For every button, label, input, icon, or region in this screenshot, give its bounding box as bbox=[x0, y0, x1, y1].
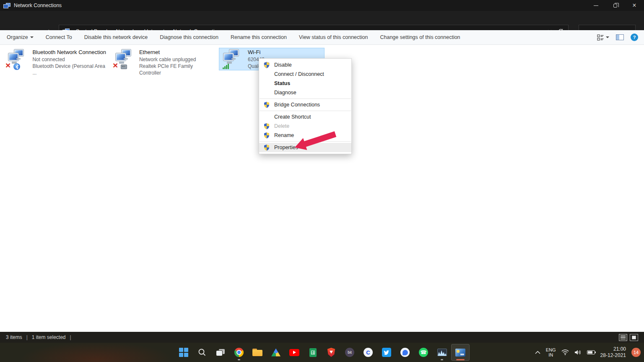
window-title: Network Connections bbox=[14, 3, 62, 8]
annotation-arrow bbox=[289, 128, 340, 154]
organize-label: Organize bbox=[7, 34, 28, 40]
status-divider: | bbox=[26, 334, 28, 340]
taskbar-signal[interactable] bbox=[396, 344, 414, 361]
connection-device: Bluetooth Device (Personal Area ... bbox=[32, 63, 110, 76]
close-button[interactable]: × bbox=[625, 0, 644, 11]
connection-name: Ethernet bbox=[139, 49, 213, 55]
notification-badge[interactable]: 14 bbox=[631, 348, 641, 357]
task-view-icon bbox=[216, 349, 225, 356]
app-icon bbox=[3, 3, 10, 8]
ethernet-plug-icon bbox=[121, 65, 127, 69]
volume-icon[interactable] bbox=[574, 349, 582, 355]
uac-shield-icon bbox=[263, 132, 270, 140]
running-indicator bbox=[238, 359, 240, 360]
caret-down-icon bbox=[606, 36, 609, 38]
wifi-tray-icon[interactable] bbox=[561, 349, 569, 355]
taskbar-file-explorer[interactable] bbox=[248, 344, 267, 361]
large-icons-view-button[interactable] bbox=[630, 334, 638, 341]
bluetooth-icon bbox=[13, 63, 20, 70]
task-view-button[interactable] bbox=[211, 344, 230, 361]
twitter-icon bbox=[382, 348, 391, 357]
connection-device: Realtek PCIe FE Family Controller bbox=[139, 63, 213, 76]
change-settings-button[interactable]: Change settings of this connection bbox=[380, 34, 460, 40]
diagnose-connection-button[interactable]: Diagnose this connection bbox=[160, 34, 218, 40]
view-status-button[interactable]: View status of this connection bbox=[299, 34, 368, 40]
taskbar: bit C ☎ ENG IN bbox=[0, 343, 644, 362]
language-indicator[interactable]: ENG IN bbox=[546, 347, 556, 357]
taskbar-google-drive[interactable] bbox=[267, 344, 285, 361]
signal-icon bbox=[400, 348, 410, 357]
wifi-connection-icon bbox=[222, 49, 244, 70]
menu-label: Create Shortcut bbox=[274, 114, 311, 120]
taskbar-twitter[interactable] bbox=[377, 344, 396, 361]
maximize-button[interactable] bbox=[605, 0, 625, 11]
running-indicator bbox=[441, 359, 443, 360]
google-drive-icon bbox=[271, 349, 280, 357]
taskbar-chrome[interactable] bbox=[230, 344, 248, 361]
taskbar-task-manager[interactable] bbox=[433, 344, 451, 361]
restore-icon bbox=[613, 4, 617, 8]
status-bar: 3 items | 1 item selected | bbox=[0, 332, 644, 343]
command-toolbar: Organize Connect To Disable this network… bbox=[0, 30, 644, 45]
connection-name: Bluetooth Network Connection bbox=[32, 49, 110, 55]
uac-shield-icon bbox=[263, 123, 270, 131]
active-indicator bbox=[456, 359, 465, 360]
menu-item-create-shortcut[interactable]: Create Shortcut bbox=[259, 112, 351, 122]
menu-item-disable[interactable]: Disable bbox=[259, 60, 351, 70]
menu-item-connect-disconnect[interactable]: Connect / Disconnect bbox=[259, 70, 351, 79]
menu-label: Disable bbox=[274, 62, 292, 68]
disable-device-button[interactable]: Disable this network device bbox=[84, 34, 148, 40]
status-divider: | bbox=[70, 334, 71, 340]
close-icon: × bbox=[632, 2, 636, 9]
windows-start-icon bbox=[179, 348, 188, 357]
language-line2: IN bbox=[546, 352, 556, 357]
bit-icon: bit bbox=[345, 348, 354, 357]
selection-count: 1 item selected bbox=[32, 334, 66, 340]
minimize-icon bbox=[594, 5, 598, 6]
taskbar-active-window[interactable] bbox=[451, 344, 470, 361]
menu-item-diagnose[interactable]: Diagnose bbox=[259, 88, 351, 97]
menu-label: Bridge Connections bbox=[274, 102, 320, 108]
tray-date: 28-12-2021 bbox=[600, 352, 626, 359]
taskbar-coinbase[interactable]: C bbox=[359, 344, 377, 361]
taskbar-google-sheets[interactable] bbox=[304, 344, 322, 361]
disconnected-x-icon: × bbox=[113, 62, 118, 69]
rename-connection-button[interactable]: Rename this connection bbox=[231, 34, 287, 40]
chrome-icon bbox=[234, 348, 244, 357]
details-view-button[interactable] bbox=[619, 334, 627, 341]
menu-label: Delete bbox=[274, 123, 289, 129]
connect-to-button[interactable]: Connect To bbox=[46, 34, 72, 40]
view-options-icon bbox=[597, 34, 604, 41]
wifi-signal-icon bbox=[223, 64, 229, 69]
clock[interactable]: 21:00 28-12-2021 bbox=[600, 346, 626, 359]
menu-item-status[interactable]: Status bbox=[259, 79, 351, 88]
organize-button[interactable]: Organize bbox=[7, 34, 34, 40]
connection-status: Not connected bbox=[32, 56, 110, 63]
tray-chevron-up-icon[interactable] bbox=[535, 351, 540, 354]
coinbase-icon: C bbox=[364, 348, 373, 357]
items-count: 3 items bbox=[6, 334, 22, 340]
taskbar-search-button[interactable] bbox=[193, 344, 211, 361]
title-bar: Network Connections × bbox=[0, 0, 644, 11]
menu-item-bridge-connections[interactable]: Bridge Connections bbox=[259, 100, 351, 109]
connection-name: Wi-Fi bbox=[248, 49, 265, 55]
ethernet-connection-icon: × bbox=[114, 49, 135, 70]
taskbar-bitbns[interactable]: bit bbox=[340, 344, 359, 361]
connection-item-bluetooth[interactable]: × Bluetooth Network Connection Not conne… bbox=[4, 48, 110, 70]
taskbar-youtube[interactable] bbox=[285, 344, 304, 361]
connection-item-ethernet[interactable]: × Ethernet Network cable unplugged Realt… bbox=[112, 48, 213, 70]
uac-shield-icon bbox=[263, 101, 270, 109]
start-button[interactable] bbox=[174, 344, 193, 361]
change-view-button[interactable] bbox=[597, 34, 609, 41]
minimize-button[interactable] bbox=[586, 0, 605, 11]
help-button[interactable]: ? bbox=[631, 34, 638, 41]
taskbar-brave[interactable] bbox=[322, 344, 340, 361]
preview-pane-button[interactable] bbox=[616, 34, 624, 40]
taskbar-whatsapp[interactable]: ☎ bbox=[414, 344, 433, 361]
youtube-icon bbox=[289, 349, 299, 356]
menu-label: Diagnose bbox=[274, 90, 296, 96]
folder-icon bbox=[252, 349, 262, 356]
screen: Network Connections × ← → ↑ › Control Pa… bbox=[0, 0, 644, 362]
battery-icon[interactable] bbox=[587, 350, 595, 354]
active-app-icon bbox=[455, 349, 465, 357]
